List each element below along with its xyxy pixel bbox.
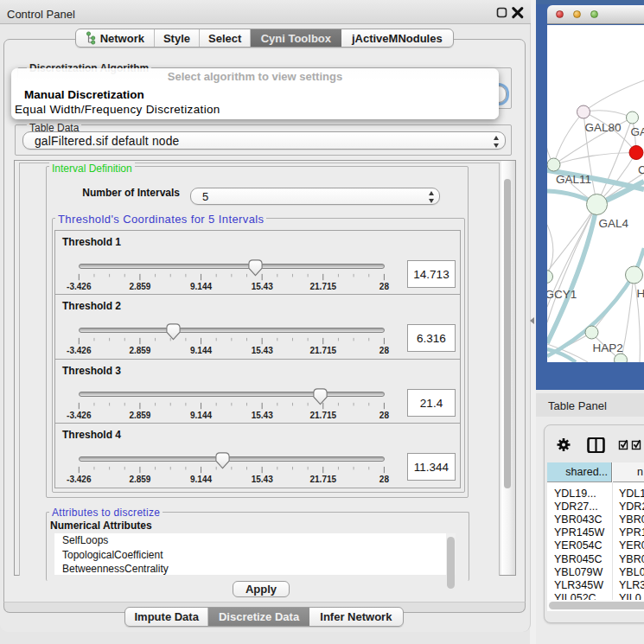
svg-text:GAL80: GAL80 — [585, 121, 622, 134]
svg-text:HAP2: HAP2 — [593, 341, 623, 354]
svg-text:CR: CR — [638, 163, 644, 176]
svg-text:HA: HA — [637, 287, 644, 300]
svg-text:GCY1: GCY1 — [547, 288, 577, 301]
svg-text:GAL11: GAL11 — [556, 173, 591, 186]
svg-text:GAL4: GAL4 — [599, 217, 629, 230]
svg-text:GAL: GAL — [631, 125, 644, 138]
